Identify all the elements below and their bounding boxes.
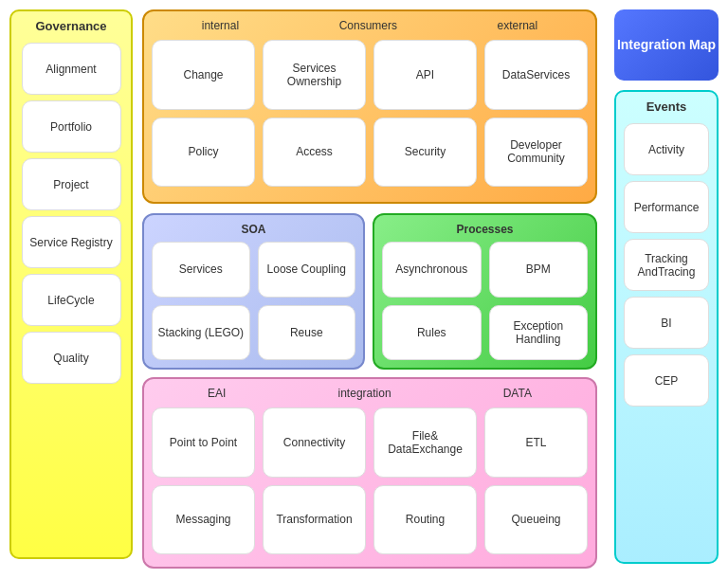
event-item-performance[interactable]: Performance bbox=[624, 181, 709, 233]
eai-item-routing[interactable]: Routing bbox=[373, 485, 477, 555]
soa-item-reuse[interactable]: Reuse bbox=[258, 305, 356, 361]
process-item-rules[interactable]: Rules bbox=[382, 305, 482, 361]
main-container: Governance Alignment Portfolio Project S… bbox=[0, 0, 728, 579]
eai-item-connectivity[interactable]: Connectivity bbox=[263, 407, 366, 478]
gov-item-lifecycle[interactable]: LifeCycle bbox=[22, 274, 121, 326]
eai-label-data: DATA bbox=[503, 387, 532, 400]
eai-label-integration: integration bbox=[338, 387, 391, 400]
soa-item-stacking[interactable]: Stacking (LEGO) bbox=[152, 305, 250, 361]
consumer-item-policy[interactable]: Policy bbox=[152, 118, 255, 188]
processes-title: Processes bbox=[382, 223, 588, 236]
consumer-item-developer-community[interactable]: Developer Community bbox=[484, 118, 588, 188]
process-item-exception-handling[interactable]: Exception Handling bbox=[489, 305, 589, 361]
soa-title: SOA bbox=[152, 223, 355, 236]
eai-panel: EAI integration DATA Point to Point Conn… bbox=[142, 377, 597, 569]
eai-item-transformation[interactable]: Transformation bbox=[263, 485, 366, 555]
integration-map-title: Integration Map bbox=[617, 36, 716, 53]
gov-item-alignment[interactable]: Alignment bbox=[22, 43, 121, 95]
eai-item-etl[interactable]: ETL bbox=[484, 407, 588, 478]
gov-item-quality[interactable]: Quality bbox=[22, 332, 121, 384]
event-item-cep[interactable]: CEP bbox=[624, 354, 709, 407]
events-title: Events bbox=[646, 100, 687, 114]
consumer-item-change[interactable]: Change bbox=[152, 40, 255, 110]
gov-item-service-registry[interactable]: Service Registry bbox=[22, 216, 121, 268]
eai-label-eai: EAI bbox=[208, 387, 226, 400]
consumers-header: internal Consumers external bbox=[152, 19, 588, 32]
eai-item-file-dataexchange[interactable]: File& DataExchange bbox=[373, 407, 477, 478]
processes-grid: Asynchronous BPM Rules Exception Handlin… bbox=[382, 242, 588, 360]
events-panel: Events Activity Performance Tracking And… bbox=[614, 90, 719, 564]
consumer-item-services-ownership[interactable]: Services Ownership bbox=[263, 40, 366, 110]
consumers-label-internal: internal bbox=[202, 19, 239, 32]
event-item-bi[interactable]: BI bbox=[624, 297, 709, 349]
eai-grid: Point to Point Connectivity File& DataEx… bbox=[152, 407, 588, 554]
event-item-activity[interactable]: Activity bbox=[624, 123, 709, 175]
consumer-item-api[interactable]: API bbox=[373, 40, 477, 110]
integration-map-box: Integration Map bbox=[614, 9, 719, 81]
eai-item-messaging[interactable]: Messaging bbox=[152, 485, 255, 555]
consumer-item-security[interactable]: Security bbox=[373, 118, 477, 188]
consumers-panel: internal Consumers external Change Servi… bbox=[142, 9, 597, 204]
consumers-grid: Change Services Ownership API DataServic… bbox=[152, 40, 588, 187]
consumers-label-external: external bbox=[498, 19, 538, 32]
consumer-item-access[interactable]: Access bbox=[263, 118, 366, 188]
eai-item-queueing[interactable]: Queueing bbox=[484, 485, 588, 555]
process-item-asynchronous[interactable]: Asynchronous bbox=[382, 242, 482, 298]
event-item-tracking[interactable]: Tracking AndTracing bbox=[624, 239, 709, 291]
governance-title: Governance bbox=[35, 19, 106, 33]
processes-panel: Processes Asynchronous BPM Rules Excepti… bbox=[373, 213, 597, 370]
consumers-label-main: Consumers bbox=[339, 19, 397, 32]
eai-header: EAI integration DATA bbox=[152, 387, 588, 400]
gov-item-project[interactable]: Project bbox=[22, 158, 121, 210]
soa-grid: Services Loose Coupling Stacking (LEGO) … bbox=[152, 242, 355, 360]
soa-item-services[interactable]: Services bbox=[152, 242, 250, 298]
soa-panel: SOA Services Loose Coupling Stacking (LE… bbox=[142, 213, 365, 370]
process-item-bpm[interactable]: BPM bbox=[489, 242, 589, 298]
consumer-item-dataservices[interactable]: DataServices bbox=[484, 40, 588, 110]
gov-item-portfolio[interactable]: Portfolio bbox=[22, 100, 121, 153]
governance-panel: Governance Alignment Portfolio Project S… bbox=[9, 9, 133, 559]
eai-item-point-to-point[interactable]: Point to Point bbox=[152, 407, 255, 478]
soa-item-loose-coupling[interactable]: Loose Coupling bbox=[258, 242, 356, 298]
